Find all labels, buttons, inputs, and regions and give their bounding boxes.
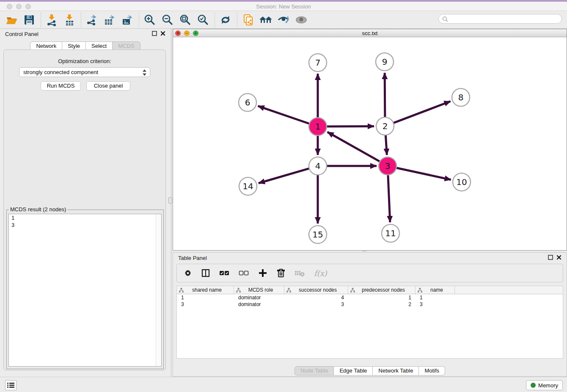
- function-builder-icon[interactable]: f(x): [314, 269, 327, 278]
- column-label: predecessor nodes: [355, 287, 415, 293]
- save-session-icon[interactable]: [22, 13, 36, 27]
- mcds-result-title: MCDS result (2 nodes): [9, 206, 67, 213]
- graph-node-4[interactable]: 4: [309, 157, 327, 175]
- criterion-select[interactable]: strongly connected component: [19, 67, 150, 77]
- import-network-icon[interactable]: [44, 13, 59, 27]
- edge-3-10[interactable]: [396, 168, 451, 179]
- network-view-window: ✕ − + scc.txt 1234678910111415: [173, 29, 567, 251]
- show-all-icon[interactable]: [294, 13, 308, 27]
- graph-node-7[interactable]: 7: [309, 54, 327, 72]
- tab-node-table[interactable]: Node Table: [295, 366, 334, 375]
- toolbar-separator: [81, 13, 81, 27]
- node-label: 1: [315, 121, 321, 132]
- graph-node-9[interactable]: 9: [376, 53, 394, 71]
- vertical-splitter-handle[interactable]: [168, 197, 172, 204]
- edge-4-14[interactable]: [259, 168, 310, 183]
- list-icon: [7, 382, 14, 388]
- toolbar-separator: [237, 13, 237, 27]
- select-chevrons-icon: [142, 69, 147, 76]
- network-canvas[interactable]: 1234678910111415: [173, 37, 567, 250]
- close-table-panel-icon[interactable]: [556, 255, 561, 260]
- open-session-icon[interactable]: [4, 13, 19, 27]
- task-history-button[interactable]: [5, 380, 17, 390]
- edge-2-9[interactable]: [385, 73, 385, 118]
- split-columns-icon[interactable]: [201, 269, 210, 277]
- table-header-row: shared nameMCDS rolesuccessor nodesprede…: [177, 286, 563, 294]
- close-panel-button[interactable]: Close panel: [86, 81, 130, 91]
- edge-1-2[interactable]: [326, 126, 374, 127]
- graph-node-1[interactable]: 1: [309, 118, 327, 135]
- export-image-icon[interactable]: [120, 13, 135, 27]
- graph-node-15[interactable]: 15: [309, 226, 327, 243]
- network-window-titlebar[interactable]: ✕ − + scc.txt: [173, 29, 567, 37]
- node-label: 4: [315, 161, 321, 171]
- graph-node-11[interactable]: 11: [382, 224, 399, 242]
- import-table-icon[interactable]: [62, 13, 77, 27]
- zoom-fit-icon[interactable]: [178, 13, 193, 27]
- optimization-criterion-label: Optimization criterion:: [4, 58, 165, 64]
- memory-button[interactable]: Memory: [526, 380, 563, 390]
- node-label: 6: [245, 97, 250, 108]
- run-mcds-button[interactable]: Run MCDS: [41, 81, 81, 91]
- graph-node-2[interactable]: 2: [376, 117, 394, 135]
- column-label: MCDS role: [241, 287, 284, 293]
- deselect-all-icon[interactable]: [239, 269, 249, 277]
- select-all-icon[interactable]: [219, 269, 229, 277]
- graph-node-3[interactable]: 3: [379, 157, 396, 175]
- result-scrollbar[interactable]: [156, 214, 161, 366]
- node-label: 3: [385, 161, 391, 171]
- tab-network-table[interactable]: Network Table: [373, 366, 419, 375]
- duplicate-network-icon[interactable]: [241, 13, 255, 27]
- edge-2-3[interactable]: [385, 135, 387, 155]
- column-header-successor-nodes[interactable]: successor nodes: [284, 286, 348, 294]
- edge-3-1[interactable]: [328, 132, 380, 162]
- close-panel-icon[interactable]: [160, 31, 165, 36]
- mcds-result-list[interactable]: 13: [8, 214, 162, 367]
- search-field[interactable]: [438, 14, 562, 24]
- edge-1-6[interactable]: [258, 106, 310, 124]
- column-header-predecessor-nodes[interactable]: predecessor nodes: [348, 286, 416, 294]
- delete-column-icon[interactable]: [277, 268, 285, 278]
- node-label: 11: [385, 228, 396, 238]
- search-input[interactable]: [448, 15, 561, 23]
- edge-3-11[interactable]: [388, 174, 390, 222]
- control-panel: Control Panel NetworkStyleSelectMCDS Opt…: [0, 29, 171, 377]
- search-icon: [442, 16, 448, 22]
- first-neighbors-icon[interactable]: [259, 13, 273, 27]
- export-table-icon[interactable]: [102, 13, 117, 27]
- column-header-MCDS-role[interactable]: MCDS role: [234, 286, 284, 294]
- graph-node-14[interactable]: 14: [239, 177, 257, 195]
- export-network-icon[interactable]: [85, 13, 99, 27]
- tab-motifs[interactable]: Motifs: [419, 366, 445, 375]
- zoom-out-icon[interactable]: [160, 13, 175, 27]
- column-header-name[interactable]: name: [416, 286, 455, 294]
- column-label: name: [422, 287, 454, 293]
- refresh-icon[interactable]: [218, 13, 233, 27]
- graph-node-10[interactable]: 10: [453, 173, 471, 191]
- zoom-in-icon[interactable]: [143, 13, 157, 27]
- column-header-shared-name[interactable]: shared name: [177, 286, 234, 294]
- status-bar: Memory: [0, 377, 567, 392]
- add-column-icon[interactable]: [258, 268, 267, 278]
- table-settings-icon[interactable]: [184, 269, 192, 277]
- float-panel-icon[interactable]: [152, 31, 157, 36]
- node-table: shared nameMCDS rolesuccessor nodesprede…: [176, 286, 563, 359]
- result-line: 3: [9, 221, 161, 229]
- node-label: 2: [383, 121, 388, 131]
- table-tabs: Node TableEdge TableNetwork TableMotifs: [173, 366, 567, 375]
- table-row[interactable]: 3dominator323: [177, 301, 563, 308]
- float-table-panel-icon[interactable]: [548, 255, 553, 260]
- window-title: Session: New Session: [0, 3, 567, 10]
- table-cell: 3: [416, 301, 455, 308]
- table-row[interactable]: 1dominator411: [177, 294, 563, 301]
- edge-2-8[interactable]: [393, 101, 451, 123]
- hide-selected-icon[interactable]: [276, 13, 291, 27]
- graph-node-6[interactable]: 6: [239, 94, 256, 111]
- delete-table-icon[interactable]: [295, 269, 305, 277]
- table-cell: 2: [348, 301, 416, 308]
- tab-edge-table[interactable]: Edge Table: [334, 366, 373, 375]
- graph-node-8[interactable]: 8: [452, 88, 470, 106]
- zoom-selected-icon[interactable]: [196, 13, 210, 27]
- network-title: scc.txt: [173, 30, 567, 36]
- node-label: 15: [312, 229, 323, 240]
